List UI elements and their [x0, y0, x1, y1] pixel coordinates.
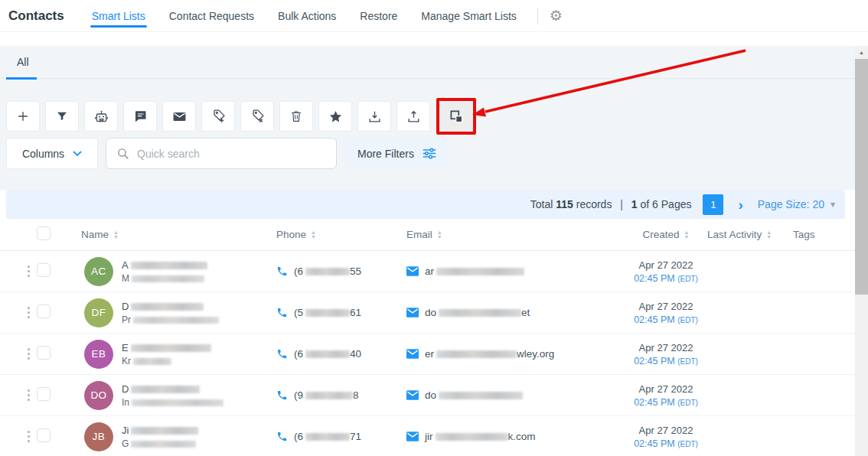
contact-name-cell[interactable]: JBJiG — [81, 422, 276, 451]
email-cell[interactable]: ar — [406, 265, 625, 277]
total-value: 115 — [556, 198, 573, 210]
sort-icon[interactable]: ▲▼ — [684, 230, 690, 239]
row-menu-kebab[interactable] — [26, 347, 31, 361]
tag-add-icon — [210, 109, 226, 124]
phone-cell[interactable]: (640 — [276, 348, 406, 360]
toolbar-import-contacts-button[interactable] — [357, 101, 391, 132]
row-checkbox[interactable] — [37, 305, 51, 318]
contact-name-cell[interactable]: EBEKr — [81, 340, 276, 369]
redacted-phone — [305, 350, 350, 358]
toolbar-add-tag-button[interactable] — [201, 101, 235, 132]
table-body: ACAM(655arApr 27 202202:45 PM (EDT)DFDPr… — [0, 251, 855, 456]
created-date: Apr 27 2022 — [625, 259, 707, 271]
plus-icon — [15, 109, 31, 124]
page-1-button[interactable]: 1 — [703, 194, 723, 215]
star-icon — [328, 109, 343, 124]
settings-gear-icon[interactable]: ⚙ — [550, 8, 563, 23]
contact-name-cell[interactable]: DODIn — [81, 381, 276, 410]
row-checkbox[interactable] — [37, 263, 51, 277]
toolbar-add-contact-button[interactable] — [6, 101, 40, 132]
sort-icon[interactable]: ▲▼ — [437, 230, 442, 239]
email-cell[interactable]: doet — [406, 307, 625, 318]
email-icon — [406, 349, 419, 359]
search-input[interactable] — [137, 148, 326, 160]
created-cell: Apr 27 202202:45 PM (EDT) — [625, 425, 707, 449]
phone-cell[interactable]: (671 — [276, 431, 406, 442]
page-size-selector[interactable]: Page Size: 20 ▾ — [758, 198, 835, 210]
upload-icon — [406, 109, 421, 124]
column-header-created[interactable]: Created▲▼ — [625, 229, 707, 240]
row-checkbox[interactable] — [37, 428, 51, 442]
row-checkbox[interactable] — [37, 346, 51, 360]
row-checkbox[interactable] — [37, 387, 51, 401]
phone-icon — [276, 348, 288, 360]
email-cell[interactable]: jirk.com — [406, 431, 625, 442]
table-row: ACAM(655arApr 27 202202:45 PM (EDT) — [0, 251, 855, 292]
tab-all[interactable]: All — [17, 56, 29, 68]
phone-icon — [276, 265, 288, 277]
column-header-last-activity[interactable]: Last Activity▲▼ — [707, 229, 793, 240]
table-row: DFDPr(561doetApr 27 202202:45 PM (EDT) — [0, 292, 855, 334]
email-icon — [406, 308, 419, 318]
redacted-email — [439, 392, 523, 399]
phone-cell[interactable]: (655 — [276, 265, 406, 277]
phone-cell[interactable]: (561 — [276, 307, 406, 318]
sort-icon[interactable]: ▲▼ — [113, 230, 119, 239]
nav-tab-smart-lists[interactable]: Smart Lists — [92, 0, 145, 31]
nav-tab-bulk-actions[interactable]: Bulk Actions — [278, 0, 336, 31]
created-cell: Apr 27 202202:45 PM (EDT) — [625, 383, 707, 408]
toolbar-send-email-button[interactable] — [162, 101, 196, 132]
contact-name-cell[interactable]: DFDPr — [81, 298, 276, 327]
column-header-email[interactable]: Email▲▼ — [406, 229, 625, 240]
toolbar-merge-contacts-button[interactable] — [439, 101, 473, 132]
avatar: JB — [84, 422, 113, 451]
redacted-phone — [305, 309, 350, 317]
toolbar-add-to-favorites-button[interactable] — [318, 101, 352, 132]
phone-cell[interactable]: (98 — [276, 389, 406, 401]
toolbar-export-contacts-button[interactable] — [396, 101, 430, 132]
table-row: EBEKr(640erwley.orgApr 27 202202:45 PM (… — [0, 334, 855, 375]
sort-icon[interactable]: ▲▼ — [766, 230, 772, 239]
toolbar-automation-button[interactable] — [84, 101, 118, 132]
nav-tab-restore[interactable]: Restore — [360, 0, 397, 31]
page-size-label: Page Size: — [758, 198, 810, 210]
row-menu-kebab[interactable] — [26, 429, 31, 444]
toolbar-delete-button[interactable] — [279, 101, 313, 132]
nav-tabs: Smart ListsContact RequestsBulk ActionsR… — [92, 0, 517, 31]
column-header-phone[interactable]: Phone▲▼ — [276, 229, 406, 240]
toolbar-send-sms-button[interactable] — [123, 101, 157, 132]
column-header-tags: Tags — [793, 229, 855, 240]
sort-icon[interactable]: ▲▼ — [311, 230, 316, 239]
scrollbar-thumb[interactable] — [855, 59, 868, 295]
row-menu-kebab[interactable] — [26, 305, 31, 320]
nav-tab-contact-requests[interactable]: Contact Requests — [169, 0, 254, 31]
row-menu-kebab[interactable] — [26, 264, 31, 278]
email-cell[interactable]: do — [406, 389, 625, 401]
chevron-down-icon — [73, 151, 82, 157]
column-header-name[interactable]: Name▲▼ — [81, 229, 276, 240]
contact-company: M — [122, 273, 207, 284]
columns-dropdown-label: Columns — [22, 148, 64, 160]
created-date: Apr 27 2022 — [625, 425, 707, 436]
redacted-phone — [305, 392, 353, 399]
next-page-button[interactable]: › — [738, 197, 742, 212]
row-menu-kebab[interactable] — [26, 388, 31, 402]
email-cell[interactable]: erwley.org — [406, 348, 625, 360]
tab-all-active-underline — [6, 77, 37, 80]
toolbar-filter-button[interactable] — [45, 101, 79, 132]
columns-dropdown[interactable]: Columns — [6, 138, 98, 169]
nav-tab-manage-smart-lists[interactable]: Manage Smart Lists — [421, 0, 517, 31]
contact-name: D — [122, 383, 224, 395]
table-header-row: Name▲▼Phone▲▼Email▲▼Created▲▼Last Activi… — [0, 219, 855, 251]
records-label: records — [576, 198, 612, 210]
toolbar-remove-tag-button[interactable] — [240, 101, 274, 132]
search-icon — [116, 147, 129, 160]
redacted-email — [436, 433, 508, 441]
more-filters-button[interactable]: More Filters — [344, 138, 449, 169]
scrollbar-up-arrow[interactable]: ▲ — [855, 46, 868, 58]
created-time: 02:45 PM (EDT) — [625, 356, 707, 366]
select-all-checkbox[interactable] — [37, 226, 51, 240]
contact-name-cell[interactable]: ACAM — [81, 257, 276, 286]
caret-down-icon: ▾ — [830, 199, 835, 210]
email-icon — [406, 266, 419, 276]
